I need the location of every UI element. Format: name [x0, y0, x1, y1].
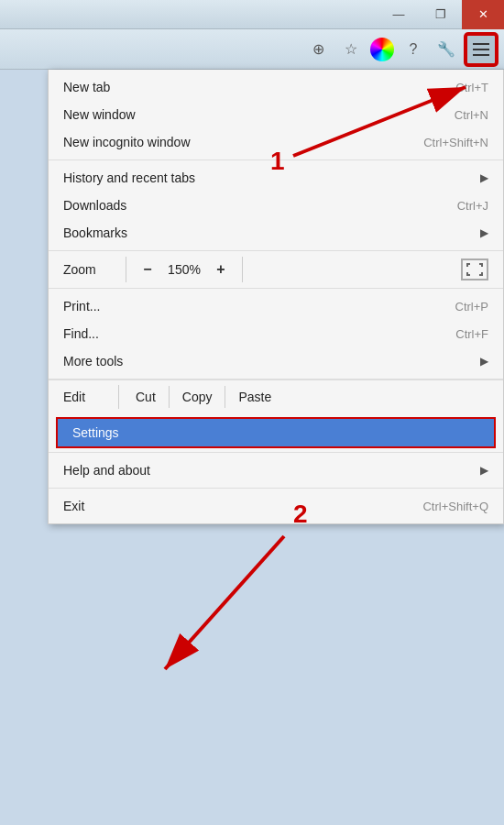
menu-item-print[interactable]: Print... Ctrl+P	[49, 292, 503, 320]
edit-label: Edit	[63, 390, 118, 404]
menu-item-new-incognito[interactable]: New incognito window Ctrl+Shift+N	[49, 128, 503, 156]
zoom-out-button[interactable]: −	[134, 257, 161, 282]
copy-button[interactable]: Copy	[170, 386, 226, 408]
address-bar: ⊕ ☆ ? 🔧	[0, 29, 504, 70]
close-button[interactable]: ✕	[462, 0, 504, 29]
menu-item-more-tools[interactable]: More tools ▶	[49, 347, 503, 375]
menu-item-new-tab[interactable]: New tab Ctrl+T	[49, 73, 503, 101]
dropdown-menu: New tab Ctrl+T New window Ctrl+N New inc…	[48, 70, 504, 524]
svg-line-2	[165, 536, 284, 669]
restore-button[interactable]: ❐	[420, 0, 462, 29]
zoom-divider-2	[242, 257, 243, 282]
menu-section-tools: Print... Ctrl+P Find... Ctrl+F More tool…	[49, 289, 503, 380]
zoom-label: Zoom	[63, 262, 118, 277]
menu-item-help[interactable]: Help and about ▶	[49, 456, 503, 484]
title-bar: — ❐ ✕	[0, 0, 504, 29]
fullscreen-button[interactable]	[461, 258, 488, 280]
help-icon[interactable]: ?	[400, 36, 427, 63]
arrow-icon: ▶	[480, 464, 488, 477]
menu-section-new: New tab Ctrl+T New window Ctrl+N New inc…	[49, 70, 503, 160]
bookmark-icon[interactable]: ☆	[337, 36, 365, 63]
menu-item-history[interactable]: History and recent tabs ▶	[49, 164, 503, 192]
menu-item-downloads[interactable]: Downloads Ctrl+J	[49, 192, 503, 219]
zoom-in-button[interactable]: +	[207, 257, 235, 282]
menu-item-exit[interactable]: Exit Ctrl+Shift+Q	[49, 492, 503, 520]
menu-item-find[interactable]: Find... Ctrl+F	[49, 320, 503, 347]
paste-button[interactable]: Paste	[225, 386, 284, 408]
minimize-button[interactable]: —	[378, 0, 420, 29]
zoom-divider	[126, 257, 126, 282]
arrow-icon: ▶	[480, 226, 488, 239]
edit-divider	[118, 385, 119, 409]
edit-row: Edit Cut Copy Paste	[49, 380, 503, 413]
color-wheel-icon[interactable]	[370, 38, 394, 61]
cut-button[interactable]: Cut	[123, 386, 170, 408]
menu-button[interactable]	[466, 34, 497, 65]
menu-item-settings[interactable]: Settings	[56, 417, 496, 448]
menu-item-new-window[interactable]: New window Ctrl+N	[49, 101, 503, 128]
menu-item-bookmarks[interactable]: Bookmarks ▶	[49, 219, 503, 247]
menu-section-exit: Exit Ctrl+Shift+Q	[49, 489, 503, 523]
arrow-icon: ▶	[480, 171, 488, 184]
fullscreen-icon	[466, 262, 484, 277]
menu-section-help: Help and about ▶	[49, 453, 503, 489]
zoom-row: Zoom − 150% +	[49, 251, 503, 289]
zoom-icon[interactable]: ⊕	[304, 36, 332, 63]
zoom-value: 150%	[161, 262, 207, 277]
menu-section-history: History and recent tabs ▶ Downloads Ctrl…	[49, 160, 503, 251]
tool-icon[interactable]: 🔧	[433, 36, 460, 63]
menu-section-settings: Settings	[49, 413, 503, 453]
arrow-icon: ▶	[480, 355, 488, 368]
